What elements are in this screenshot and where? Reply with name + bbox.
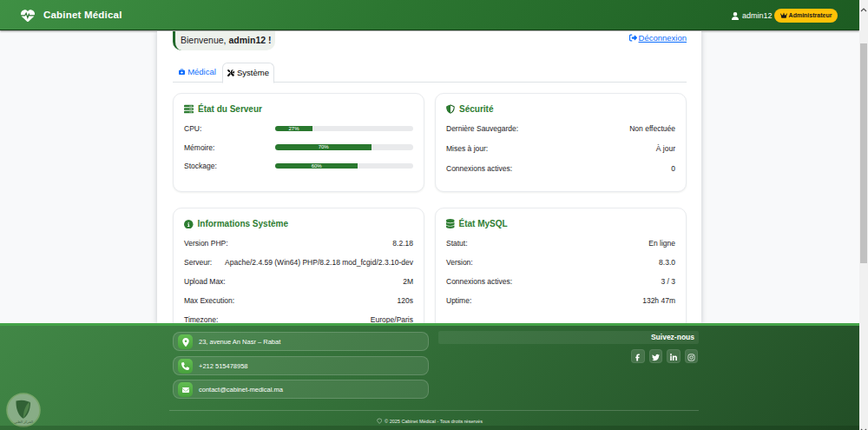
svg-text:المركز الطبي: المركز الطبي	[14, 420, 33, 424]
